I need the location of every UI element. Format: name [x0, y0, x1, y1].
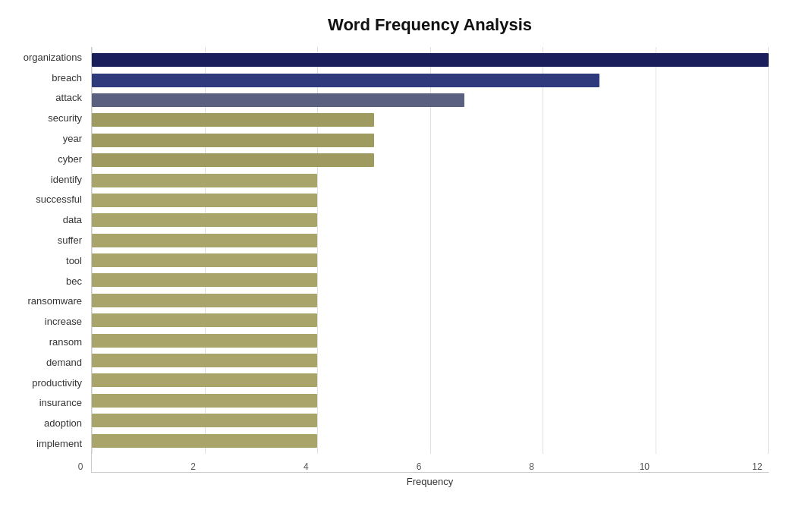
y-axis-label: implement [5, 436, 88, 452]
bar [92, 313, 317, 327]
bar [92, 53, 769, 67]
bar [92, 253, 317, 267]
y-axis-label: demand [5, 354, 88, 370]
bar-row [92, 292, 769, 309]
chart-title: Word Frequency Analysis [91, 15, 769, 35]
bar [92, 113, 374, 127]
chart-area: organizationsbreachattacksecurityyearcyb… [91, 47, 769, 473]
bar-row [92, 232, 769, 249]
bar [92, 373, 317, 387]
bar-row [92, 172, 769, 189]
x-axis-label: 6 [407, 461, 430, 472]
bar [92, 414, 317, 427]
y-axis-label: bec [5, 272, 88, 289]
y-axis-label: productivity [5, 374, 88, 391]
bar-row [92, 392, 769, 409]
y-axis-label: adoption [5, 415, 88, 432]
x-axis-label: 10 [633, 461, 656, 472]
bar-row [92, 352, 769, 369]
chart-container: Word Frequency Analysis organizationsbre… [0, 0, 799, 532]
bar [92, 294, 317, 307]
bar-row [92, 433, 769, 449]
y-axis-label: suffer [5, 232, 88, 249]
y-axis-label: security [5, 110, 88, 127]
bar-row [92, 312, 769, 329]
x-axis-label: 2 [182, 461, 205, 472]
bar [92, 234, 317, 247]
y-axis-label: organizations [5, 49, 88, 65]
y-axis-label: ransomware [5, 293, 88, 310]
bar [92, 153, 374, 167]
y-axis-label: tool [5, 252, 88, 269]
bars-and-grid: organizationsbreachattacksecurityyearcyb… [91, 47, 769, 473]
bar [92, 213, 317, 227]
bar-row [92, 412, 769, 429]
bar-row [92, 112, 769, 128]
bar [92, 134, 374, 147]
bar [92, 93, 464, 107]
x-axis-label: 8 [521, 461, 543, 472]
y-axis-label: data [5, 212, 88, 228]
bar-row [92, 132, 769, 149]
bar [92, 74, 599, 87]
y-axis-label: attack [5, 90, 88, 106]
y-axis-label: year [5, 131, 88, 147]
x-axis-labels: 024681012 [92, 454, 769, 472]
bar-row [92, 372, 769, 389]
bar [92, 354, 317, 367]
bars-wrapper [92, 47, 769, 454]
bar-row [92, 252, 769, 269]
bar-row [92, 212, 769, 228]
bar [92, 334, 317, 348]
y-axis-label: ransom [5, 334, 88, 351]
x-axis-label: 12 [746, 461, 769, 472]
y-labels: organizationsbreachattacksecurityyearcyb… [5, 47, 88, 454]
bar [92, 174, 317, 187]
y-axis-label: breach [5, 69, 88, 86]
y-axis-label: identify [5, 171, 88, 187]
x-axis-label: 0 [69, 461, 92, 472]
bar-row [92, 72, 769, 89]
bar [92, 394, 317, 408]
y-axis-label: cyber [5, 150, 88, 167]
bar-row [92, 192, 769, 209]
bar-row [92, 52, 769, 68]
bar [92, 194, 317, 207]
bar [92, 434, 317, 448]
y-axis-label: insurance [5, 395, 88, 411]
bar [92, 273, 317, 287]
bar-row [92, 92, 769, 109]
y-axis-label: increase [5, 313, 88, 330]
bar-row [92, 272, 769, 288]
bar-row [92, 332, 769, 349]
bar-row [92, 152, 769, 168]
y-axis-label: successful [5, 191, 88, 208]
x-axis-title: Frequency [91, 476, 769, 487]
x-axis-label: 4 [294, 461, 317, 472]
